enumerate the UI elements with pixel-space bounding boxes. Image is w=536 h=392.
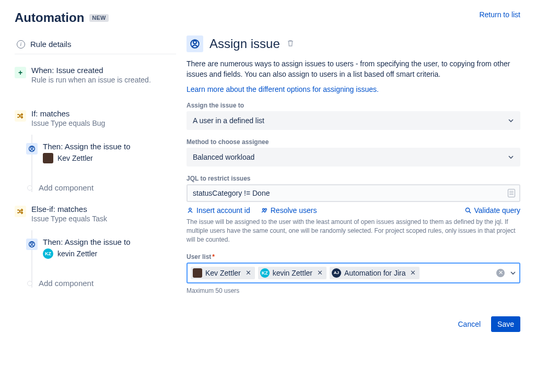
jql-hint: The issue will be assigned to the user w…: [187, 218, 520, 245]
validate-label: Validate query: [474, 206, 520, 215]
elseif-title: Else-if: matches: [31, 205, 176, 213]
info-icon: i: [17, 40, 25, 49]
if-assignee: Kev Zettler: [57, 154, 93, 162]
add-dot-icon: [27, 185, 32, 191]
trash-icon[interactable]: [286, 39, 295, 49]
insert-label: Insert account id: [196, 206, 250, 215]
if-sub: Issue Type equals Bug: [31, 119, 176, 127]
chevron-down-icon: [508, 154, 514, 160]
elseif-sub: Issue Type equals Task: [31, 215, 176, 223]
chip-label: kevin Zettler: [273, 269, 312, 277]
assign-to-label: Assign the issue to: [187, 102, 520, 109]
trigger-step[interactable]: + When: Issue created Rule is run when a…: [15, 64, 176, 86]
syntax-icon[interactable]: [508, 189, 515, 197]
if-action-title: Then: Assign the issue to: [43, 142, 176, 151]
svg-point-7: [262, 208, 264, 210]
method-label: Method to choose assignee: [187, 138, 520, 146]
svg-point-4: [193, 41, 196, 44]
assign-to-value: A user in a defined list: [193, 116, 264, 125]
jql-label: JQL to restrict issues: [187, 175, 520, 182]
add-component-label: Add component: [39, 183, 94, 192]
svg-point-2: [31, 242, 33, 244]
chevron-down-icon: [508, 117, 514, 124]
svg-point-8: [265, 208, 267, 210]
chip-label: Kev Zettler: [205, 269, 241, 277]
branch-icon: [15, 110, 26, 122]
clear-all-icon[interactable]: ✕: [496, 269, 505, 277]
remove-chip-icon[interactable]: ✕: [316, 269, 324, 277]
form-description: There are numerous ways to assign issues…: [187, 58, 520, 80]
svg-point-0: [31, 147, 33, 149]
save-button[interactable]: Save: [491, 316, 520, 332]
elseif-step[interactable]: Else-if: matches Issue Type equals Task: [15, 203, 176, 225]
add-dot-icon: [27, 281, 32, 286]
elseif-action-title: Then: Assign the issue to: [43, 237, 176, 246]
branch-icon: [15, 206, 26, 217]
avatar: [43, 153, 53, 163]
if-step[interactable]: If: matches Issue Type equals Bug: [15, 107, 176, 129]
chip-label: Automation for Jira: [344, 269, 406, 277]
avatar: AJ: [332, 268, 341, 278]
add-component-button[interactable]: Add component: [27, 279, 176, 288]
user-list-multiselect[interactable]: Kev Zettler ✕ KZ kevin Zettler ✕ AJ Auto…: [187, 263, 520, 283]
avatar: KZ: [43, 248, 53, 259]
elseif-action-step[interactable]: Then: Assign the issue to KZ kevin Zettl…: [26, 230, 176, 263]
if-action-step[interactable]: Then: Assign the issue to Kev Zettler: [26, 135, 176, 168]
rule-details-row[interactable]: i Rule details: [15, 34, 176, 54]
rule-details-label: Rule details: [30, 40, 71, 49]
new-badge: NEW: [89, 14, 108, 22]
svg-point-9: [465, 208, 469, 211]
assign-icon: [187, 35, 203, 52]
user-chip: Kev Zettler ✕: [191, 267, 255, 279]
remove-chip-icon[interactable]: ✕: [244, 269, 253, 277]
avatar: KZ: [260, 268, 270, 278]
method-select[interactable]: Balanced workload: [187, 148, 520, 167]
trigger-title: When: Issue created: [31, 66, 176, 75]
method-value: Balanced workload: [193, 153, 254, 161]
add-component-label: Add component: [39, 279, 94, 288]
user-chip: AJ Automation for Jira ✕: [330, 267, 420, 279]
elseif-assignee: kevin Zettler: [57, 250, 97, 258]
svg-point-6: [189, 208, 191, 210]
return-link[interactable]: Return to list: [479, 10, 520, 19]
max-users-hint: Maximum 50 users: [187, 287, 520, 295]
learn-more-link[interactable]: Learn more about the different options f…: [187, 85, 520, 93]
jql-input[interactable]: [187, 184, 520, 202]
user-chip: KZ kevin Zettler ✕: [258, 267, 327, 279]
validate-query-link[interactable]: Validate query: [464, 206, 520, 215]
insert-account-id-link[interactable]: Insert account id: [187, 206, 250, 215]
remove-chip-icon[interactable]: ✕: [409, 269, 417, 277]
assign-icon: [26, 143, 38, 155]
resolve-label: Resolve users: [271, 206, 317, 215]
avatar: [193, 268, 202, 278]
add-component-button[interactable]: Add component: [27, 183, 176, 192]
assign-to-select[interactable]: A user in a defined list: [187, 111, 520, 130]
if-title: If: matches: [31, 109, 176, 118]
trigger-sub: Rule is run when an issue is created.: [31, 76, 176, 84]
form-title: Assign issue: [209, 37, 280, 51]
plus-icon: +: [15, 67, 26, 78]
user-list-label: User list*: [187, 253, 520, 260]
resolve-users-link[interactable]: Resolve users: [261, 206, 317, 215]
chevron-down-icon[interactable]: [510, 270, 516, 276]
assign-icon: [26, 239, 38, 250]
page-title: Automation: [15, 10, 84, 25]
cancel-button[interactable]: Cancel: [451, 316, 487, 332]
